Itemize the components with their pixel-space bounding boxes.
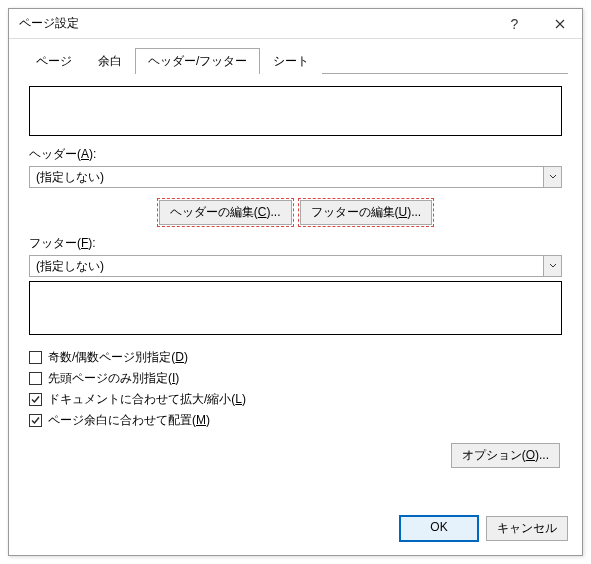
tab-margins-label: 余白 (98, 54, 122, 68)
tab-sheet-label: シート (273, 54, 309, 68)
checkmark-icon (30, 415, 41, 426)
close-icon (555, 19, 565, 29)
edit-buttons-row: ヘッダーの編集(C)... フッターの編集(U)... (29, 200, 562, 225)
footer-label: フッター(F): (29, 235, 562, 252)
check-label: ドキュメントに合わせて拡大/縮小(L) (48, 391, 246, 408)
dialog-buttons: OK キャンセル (9, 502, 582, 555)
dialog-title: ページ設定 (19, 15, 492, 32)
checkbox[interactable] (29, 414, 42, 427)
footer-dropdown-value: (指定しない) (30, 258, 543, 275)
footer-preview (29, 281, 562, 335)
check-label: ページ余白に合わせて配置(M) (48, 412, 210, 429)
options-row: オプション(O)... (29, 443, 562, 468)
chevron-down-icon (549, 263, 557, 269)
titlebar: ページ設定 ? (9, 9, 582, 39)
tab-strip: ページ 余白 ヘッダー/フッター シート (23, 48, 568, 74)
checkbox[interactable] (29, 393, 42, 406)
check-align-margins[interactable]: ページ余白に合わせて配置(M) (29, 412, 562, 429)
close-button[interactable] (537, 9, 582, 39)
chevron-down-icon (549, 174, 557, 180)
tab-margins[interactable]: 余白 (85, 48, 135, 74)
check-label: 先頭ページのみ別指定(I) (48, 370, 179, 387)
footer-dropdown[interactable]: (指定しない) (29, 255, 562, 277)
footer-dropdown-button[interactable] (543, 256, 561, 276)
header-dropdown-button[interactable] (543, 167, 561, 187)
options-button[interactable]: オプション(O)... (451, 443, 560, 468)
check-label: 奇数/偶数ページ別指定(D) (48, 349, 188, 366)
header-preview (29, 86, 562, 136)
checkbox-group: 奇数/偶数ページ別指定(D) 先頭ページのみ別指定(I) ドキュメントに合わせて… (29, 349, 562, 429)
page-setup-dialog: ページ設定 ? ページ 余白 ヘッダー/フッター シート ヘッダー(A): (指… (8, 8, 583, 556)
tab-header-footer[interactable]: ヘッダー/フッター (135, 48, 260, 74)
edit-footer-button[interactable]: フッターの編集(U)... (300, 200, 433, 225)
ok-button[interactable]: OK (400, 516, 478, 541)
header-label: ヘッダー(A): (29, 146, 562, 163)
cancel-button[interactable]: キャンセル (486, 516, 568, 541)
header-dropdown[interactable]: (指定しない) (29, 166, 562, 188)
header-dropdown-value: (指定しない) (30, 169, 543, 186)
help-button[interactable]: ? (492, 9, 537, 39)
checkbox[interactable] (29, 351, 42, 364)
tab-sheet[interactable]: シート (260, 48, 322, 74)
checkmark-icon (30, 394, 41, 405)
tab-page-label: ページ (36, 54, 72, 68)
tab-page[interactable]: ページ (23, 48, 85, 74)
dialog-body: ページ 余白 ヘッダー/フッター シート ヘッダー(A): (指定しない) ヘッ… (9, 39, 582, 502)
tab-header-footer-label: ヘッダー/フッター (148, 54, 247, 68)
checkbox[interactable] (29, 372, 42, 385)
edit-header-button[interactable]: ヘッダーの編集(C)... (159, 200, 292, 225)
check-odd-even[interactable]: 奇数/偶数ページ別指定(D) (29, 349, 562, 366)
tab-content: ヘッダー(A): (指定しない) ヘッダーの編集(C)... フッターの編集(U… (23, 74, 568, 468)
check-scale-doc[interactable]: ドキュメントに合わせて拡大/縮小(L) (29, 391, 562, 408)
check-first-page[interactable]: 先頭ページのみ別指定(I) (29, 370, 562, 387)
